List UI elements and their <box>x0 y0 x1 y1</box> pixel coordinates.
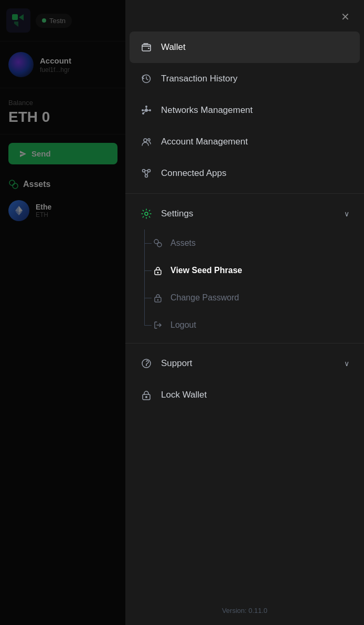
support-icon <box>140 357 153 370</box>
drawer-menu: Wallet Transaction History <box>125 0 364 596</box>
submenu-line <box>144 243 152 244</box>
wallet-icon <box>140 41 153 54</box>
settings-submenu: Assets View Seed Phrase <box>125 230 364 339</box>
submenu-line-3 <box>144 298 152 298</box>
svg-line-27 <box>145 172 146 175</box>
connected-apps-label: Connected Apps <box>161 168 349 179</box>
menu-item-networks-management[interactable]: Networks Management <box>125 95 364 126</box>
settings-label: Settings <box>161 209 336 219</box>
menu-item-transaction-history[interactable]: Transaction History <box>125 63 364 95</box>
network-icon <box>140 104 153 117</box>
svg-point-20 <box>142 112 144 114</box>
svg-rect-10 <box>148 48 149 49</box>
svg-point-14 <box>149 109 151 111</box>
svg-point-33 <box>157 272 159 274</box>
svg-point-15 <box>145 106 147 108</box>
menu-item-wallet[interactable]: Wallet <box>130 32 360 63</box>
menu-item-account-management[interactable]: Account Management <box>125 126 364 158</box>
svg-point-23 <box>143 170 145 172</box>
submenu-item-change-password[interactable]: Change Password <box>125 284 364 311</box>
svg-point-12 <box>145 109 148 112</box>
connected-icon <box>140 167 153 180</box>
lock-wallet-icon <box>140 389 153 401</box>
svg-point-29 <box>145 212 148 215</box>
lock-wallet-label: Lock Wallet <box>161 390 207 400</box>
lock2-icon <box>153 293 163 303</box>
settings-header[interactable]: Settings ∨ <box>125 198 364 230</box>
svg-line-28 <box>147 172 148 175</box>
lock-wallet-item[interactable]: Lock Wallet <box>125 379 364 411</box>
transaction-history-label: Transaction History <box>161 74 349 84</box>
support-label: Support <box>161 358 336 369</box>
svg-point-37 <box>142 359 151 368</box>
navigation-drawer: ✕ Wallet <box>125 0 364 625</box>
logout-label: Logout <box>170 320 196 330</box>
svg-point-31 <box>157 243 162 247</box>
close-button[interactable]: ✕ <box>337 8 354 25</box>
svg-point-39 <box>145 396 147 398</box>
menu-item-connected-apps[interactable]: Connected Apps <box>125 158 364 189</box>
assets-sub-icon <box>153 238 163 248</box>
history-icon <box>140 72 153 85</box>
divider-2 <box>125 343 364 343</box>
submenu-item-logout[interactable]: Logout <box>125 311 364 339</box>
svg-point-13 <box>142 109 144 111</box>
account-management-label: Account Management <box>161 137 349 147</box>
networks-management-label: Networks Management <box>161 105 349 116</box>
lock-icon <box>153 265 163 276</box>
svg-point-25 <box>145 175 148 178</box>
divider-1 <box>125 193 364 194</box>
svg-point-35 <box>157 299 159 301</box>
account-icon <box>140 136 153 148</box>
wallet-label: Wallet <box>161 42 349 53</box>
support-chevron-icon: ∨ <box>344 359 349 368</box>
change-password-label: Change Password <box>170 293 239 303</box>
logout-icon <box>153 320 163 330</box>
submenu-line-2 <box>144 270 152 271</box>
submenu-item-view-seed-phrase[interactable]: View Seed Phrase <box>125 257 364 284</box>
submenu-line-4 <box>144 325 152 326</box>
svg-point-21 <box>144 139 147 142</box>
svg-point-22 <box>148 139 150 141</box>
support-header[interactable]: Support ∨ <box>125 348 364 379</box>
assets-sub-label: Assets <box>170 238 196 248</box>
view-seed-phrase-label: View Seed Phrase <box>170 266 242 275</box>
settings-icon <box>140 207 153 220</box>
submenu-item-assets[interactable]: Assets <box>125 230 364 257</box>
version-text: Version: 0.11.0 <box>125 596 364 625</box>
svg-rect-9 <box>142 45 151 51</box>
settings-chevron-icon: ∨ <box>344 210 349 218</box>
svg-point-24 <box>148 170 151 172</box>
